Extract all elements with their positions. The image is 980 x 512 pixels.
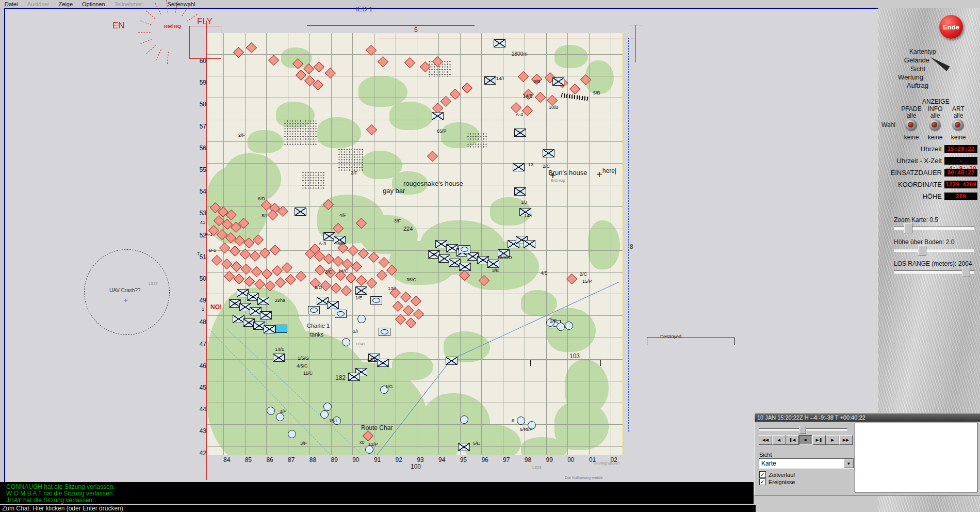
topographic-map[interactable]	[206, 33, 623, 455]
friendly-armor-symbol[interactable]	[308, 306, 320, 314]
friendly-infantry-symbol[interactable]	[355, 286, 367, 295]
enemy-unit-symbol[interactable]	[341, 285, 352, 296]
kartentyp-option-auftrag[interactable]: Auftrag	[907, 82, 928, 89]
enemy-unit-symbol[interactable]	[230, 246, 240, 257]
friendly-infantry-symbol[interactable]	[377, 359, 389, 367]
enemy-unit-symbol[interactable]	[366, 278, 377, 289]
playback-button-rewind[interactable]: ◀◀	[759, 435, 772, 445]
playback-button-stop[interactable]: ■	[799, 435, 812, 445]
enemy-unit-symbol[interactable]	[390, 287, 401, 298]
menu-item-optionen[interactable]: Optionen	[77, 1, 110, 7]
enemy-unit-symbol[interactable]	[310, 278, 321, 289]
friendly-infantry-symbol[interactable]	[348, 373, 360, 381]
enemy-unit-symbol[interactable]	[400, 292, 411, 302]
friendly-infantry-symbol[interactable]	[260, 311, 272, 319]
enemy-unit-symbol[interactable]	[272, 265, 283, 276]
chevron-down-icon[interactable]: ▼	[844, 459, 854, 468]
friendly-support-symbol[interactable]	[357, 315, 366, 323]
enemy-unit-symbol[interactable]	[462, 83, 472, 93]
selected-friendly-symbol[interactable]	[275, 325, 287, 333]
slider-thumb-0[interactable]	[904, 223, 912, 233]
checkbox-zeitverlauf[interactable]: ✓ Zeitverlauf	[759, 471, 795, 478]
enemy-unit-symbol[interactable]	[535, 92, 546, 103]
playback-button-fast-forward[interactable]: ▶▶	[839, 435, 853, 445]
friendly-infantry-symbol[interactable]	[459, 263, 471, 271]
friendly-armor-symbol[interactable]	[459, 245, 470, 253]
enemy-unit-symbol[interactable]	[251, 266, 262, 277]
friendly-infantry-symbol[interactable]	[494, 39, 505, 47]
enemy-unit-symbol[interactable]	[411, 296, 421, 307]
enemy-unit-symbol[interactable]	[405, 317, 416, 328]
friendly-infantry-symbol[interactable]	[264, 325, 275, 333]
enemy-unit-symbol[interactable]	[224, 271, 235, 282]
enemy-unit-symbol[interactable]	[531, 74, 542, 85]
friendly-infantry-symbol[interactable]	[295, 207, 306, 216]
friendly-infantry-symbol[interactable]	[458, 443, 470, 451]
friendly-armor-symbol[interactable]	[379, 328, 390, 336]
enemy-unit-symbol[interactable]	[323, 253, 334, 264]
enemy-unit-symbol[interactable]	[219, 243, 230, 253]
friendly-support-symbol[interactable]	[565, 322, 573, 330]
friendly-support-symbol[interactable]	[517, 417, 525, 425]
friendly-infantry-symbol[interactable]	[513, 163, 525, 171]
end-button[interactable]: Ende	[939, 15, 963, 39]
enemy-unit-symbol[interactable]	[333, 256, 344, 267]
friendly-support-symbol[interactable]	[528, 421, 536, 429]
enemy-unit-symbol[interactable]	[246, 42, 257, 53]
enemy-unit-symbol[interactable]	[244, 276, 255, 287]
enemy-unit-symbol[interactable]	[547, 95, 558, 106]
enemy-unit-symbol[interactable]	[366, 124, 377, 135]
friendly-support-symbol[interactable]	[323, 403, 332, 411]
enemy-unit-symbol[interactable]	[315, 265, 325, 276]
chat-input-hint-bar[interactable]: Zum Chat: Hier klicken (oder Enter drück…	[0, 505, 756, 512]
playback-button-step-forward[interactable]: ▶❚	[812, 435, 826, 445]
enemy-unit-symbol[interactable]	[259, 248, 270, 259]
menu-item-seitenwahl[interactable]: Seitenwahl	[163, 1, 200, 7]
friendly-infantry-symbol[interactable]	[487, 260, 499, 268]
playback-button-play[interactable]: ▶	[826, 435, 839, 445]
enemy-unit-symbol[interactable]	[331, 283, 341, 294]
enemy-unit-symbol[interactable]	[518, 71, 529, 82]
checkbox-ereignisse-box[interactable]: ✓	[759, 478, 766, 485]
enemy-unit-symbol[interactable]	[320, 280, 331, 291]
timeline-slider[interactable]	[759, 426, 847, 433]
friendly-support-symbol[interactable]	[320, 410, 329, 419]
friendly-support-symbol[interactable]	[365, 445, 373, 454]
friendly-support-symbol[interactable]	[380, 386, 388, 394]
slider-thumb-1[interactable]	[918, 245, 926, 255]
enemy-unit-symbol[interactable]	[268, 55, 279, 66]
friendly-infantry-symbol[interactable]	[257, 297, 269, 305]
friendly-support-symbol[interactable]	[276, 413, 284, 421]
enemy-unit-symbol[interactable]	[348, 245, 358, 256]
kartentyp-option-sicht[interactable]: Sicht	[910, 65, 925, 73]
checkbox-zeitverlauf-box[interactable]: ✓	[759, 471, 766, 478]
enemy-unit-symbol[interactable]	[342, 259, 353, 269]
enemy-unit-symbol[interactable]	[427, 151, 438, 162]
friendly-infantry-symbol[interactable]	[273, 354, 285, 362]
art-knob[interactable]	[952, 119, 963, 131]
enemy-unit-symbol[interactable]	[393, 301, 403, 312]
enemy-unit-symbol[interactable]	[356, 275, 367, 286]
friendly-support-symbol[interactable]	[546, 318, 554, 327]
enemy-unit-symbol[interactable]	[275, 277, 286, 288]
enemy-unit-symbol[interactable]	[233, 47, 244, 58]
menu-item-datei[interactable]: Datei	[0, 1, 23, 7]
enemy-unit-symbol[interactable]	[231, 261, 242, 272]
timeline-slider-thumb[interactable]	[799, 426, 806, 434]
enemy-unit-symbol[interactable]	[337, 243, 348, 253]
enemy-unit-symbol[interactable]	[379, 257, 389, 268]
enemy-unit-symbol[interactable]	[262, 268, 272, 279]
event-listbox[interactable]	[855, 423, 977, 492]
enemy-unit-symbol[interactable]	[522, 105, 533, 116]
friendly-support-symbol[interactable]	[557, 323, 565, 331]
enemy-unit-symbol[interactable]	[346, 273, 356, 283]
friendly-support-symbol[interactable]	[288, 430, 296, 438]
kartentyp-option-wertung[interactable]: Wertung	[898, 73, 923, 81]
friendly-infantry-symbol[interactable]	[543, 149, 554, 157]
friendly-infantry-symbol[interactable]	[432, 112, 444, 120]
friendly-infantry-symbol[interactable]	[334, 236, 346, 244]
enemy-unit-symbol[interactable]	[569, 84, 580, 94]
friendly-infantry-symbol[interactable]	[514, 129, 526, 137]
friendly-armor-symbol[interactable]	[370, 296, 382, 305]
friendly-infantry-symbol[interactable]	[327, 301, 339, 309]
